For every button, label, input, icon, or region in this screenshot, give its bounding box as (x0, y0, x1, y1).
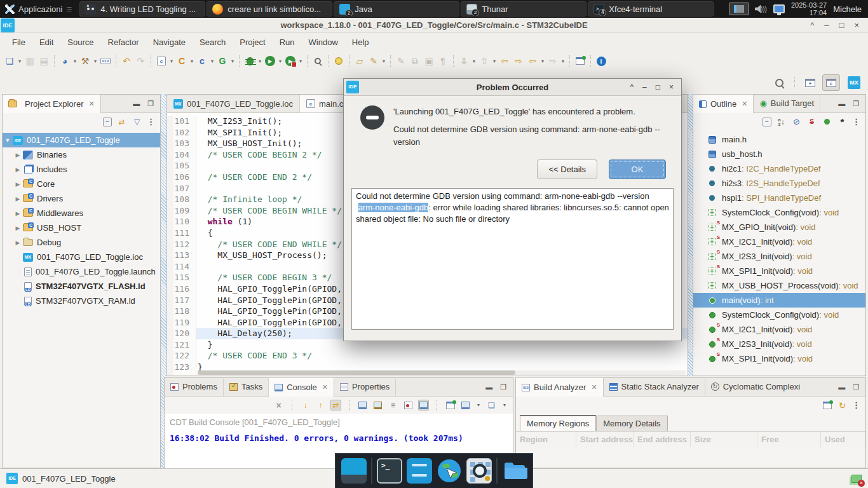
tree-item-includes[interactable]: ▶ Includes (3, 162, 160, 177)
tab-outline[interactable]: Outline ✕ (693, 94, 754, 113)
view-menu-icon[interactable]: ⋮ (147, 117, 155, 126)
tab-console[interactable]: Console ✕ (269, 377, 334, 396)
link-with-editor-icon[interactable]: ⇄ (116, 116, 127, 127)
menu-refactor[interactable]: Refactor (102, 36, 145, 49)
open-perspective-icon[interactable]: + (803, 76, 817, 90)
taskbar-window-terminal[interactable]: >_4 Xfce4-terminal (588, 1, 714, 17)
outline-item[interactable]: hspi1 : SPI_HandleTypeDef (693, 191, 865, 205)
scroll-lock-icon[interactable]: ⇄ (330, 400, 341, 410)
workspace-pager[interactable] (729, 3, 749, 15)
back-edit-icon[interactable]: ⇦ (498, 54, 512, 68)
show-stderr-icon[interactable] (372, 400, 383, 410)
open-console-icon[interactable]: ❏ (486, 400, 497, 410)
details-button[interactable]: << Details (537, 159, 597, 179)
applications-menu-button[interactable]: Applicazioni ☰ (0, 0, 79, 18)
tree-item-usb-host[interactable]: ▶ USB_HOST (3, 220, 160, 235)
shade-button[interactable]: ^ (810, 18, 814, 32)
col-used[interactable]: Used (821, 431, 865, 447)
open-element-icon[interactable]: ▱ (353, 54, 367, 68)
outline-item-selected[interactable]: main(void) : int (693, 293, 865, 308)
volume-icon[interactable]: ))) (755, 5, 767, 13)
pin-editor-icon[interactable] (573, 54, 587, 68)
menu-help[interactable]: Help (346, 36, 375, 49)
window-titlebar[interactable]: IDE workspace_1.18.0 - 001_F407G_LED_Tog… (0, 18, 868, 33)
tree-item-core[interactable]: ▶ Core (3, 177, 160, 191)
hide-non-public-icon[interactable] (822, 116, 832, 127)
profile-icon[interactable]: ▶ (283, 54, 297, 68)
filters-icon[interactable]: * (837, 116, 848, 127)
horizontal-scrollbar[interactable] (198, 370, 686, 375)
minimize-panel-icon[interactable]: ▬ (133, 100, 140, 107)
tree-item-debug[interactable]: ▶ Debug (3, 235, 160, 250)
dialog-minimize-button[interactable]: – (642, 83, 647, 92)
outline-item[interactable]: SMX_SPI1_Init(void) : void (693, 351, 865, 366)
back-icon[interactable]: ⇦ (526, 54, 539, 68)
display-icon[interactable] (773, 4, 785, 13)
outline-item[interactable]: SystemClock_Config(void) : void (693, 308, 865, 322)
taskbar-window-java[interactable]: 2 Java (334, 1, 459, 17)
outline-item[interactable]: hi2c1 : I2C_HandleTypeDef (693, 161, 865, 176)
previous-console-icon[interactable]: ↑ (315, 400, 326, 410)
word-wrap-icon[interactable]: ≡ (388, 400, 398, 410)
dock-folder-icon[interactable] (502, 458, 527, 484)
hide-static-icon[interactable]: S (806, 116, 817, 127)
new-c-class-icon[interactable]: C (175, 54, 189, 68)
filter-icon[interactable]: ▽ (132, 116, 142, 127)
tab-build-target[interactable]: ◉ Build Target (754, 94, 820, 112)
outline-item[interactable]: +MX_USB_HOST_Process(void) : void (693, 278, 865, 293)
refresh-icon[interactable]: ↻ (837, 400, 848, 410)
minimize-panel-icon[interactable]: ▬ (485, 383, 492, 391)
dock-terminal-icon[interactable]: >_ (377, 458, 402, 484)
taskbar-window-firefox[interactable]: creare un link simbolico... (207, 1, 332, 17)
dialog-titlebar[interactable]: IDE Problem Occurred ^ – □ × (344, 79, 681, 96)
taskbar-window-led-toggling[interactable]: 4. Writing LED Toggling ... (79, 1, 205, 17)
undo-icon[interactable]: ↶ (119, 54, 133, 68)
minimize-panel-icon[interactable]: ▬ (838, 100, 845, 107)
quick-access-bulb-icon[interactable] (332, 54, 346, 68)
code-generation-icon[interactable]: G (215, 54, 229, 68)
tab-cyclomatic-complexity[interactable]: ↻ Cyclomatic Complexi (705, 377, 806, 396)
maximize-button[interactable]: □ (839, 18, 844, 32)
details-text[interactable]: Could not determine GDB version using co… (351, 188, 674, 330)
dock-filemanager-icon[interactable] (407, 458, 432, 484)
build-icon[interactable]: ⚒ (78, 54, 92, 68)
cpp-perspective-button[interactable]: c (822, 74, 840, 91)
menu-search[interactable]: Search (194, 36, 231, 49)
close-tab-icon[interactable]: ✕ (591, 383, 597, 391)
new-wizard-icon[interactable]: ❏ (3, 54, 17, 68)
dock-browser-icon[interactable] (437, 458, 462, 484)
show-stdout-icon[interactable] (357, 400, 368, 410)
outline-item[interactable]: SMX_I2S3_Init(void) : void (693, 337, 865, 351)
info-icon[interactable]: i (594, 54, 608, 68)
search-icon[interactable] (772, 76, 786, 90)
menu-source[interactable]: Source (62, 36, 99, 49)
collapse-all-icon[interactable]: − (103, 118, 112, 126)
tab-project-explorer[interactable]: Project Explorer ✕ (3, 94, 101, 113)
col-start-address[interactable]: Start address (576, 431, 634, 447)
maximize-panel-icon[interactable]: ❒ (853, 100, 859, 108)
show-desktop-icon[interactable] (341, 458, 367, 484)
outline-item[interactable]: +SMX_GPIO_Init(void) : void (693, 220, 865, 234)
clear-console-icon[interactable] (403, 400, 414, 410)
tree-item-project[interactable]: ▼ IDE 001_F407G_LED_Toggle (3, 133, 160, 147)
mark-occurrences-icon[interactable]: ✎ (367, 54, 381, 68)
col-end-address[interactable]: End address (634, 431, 691, 447)
dialog-shade-button[interactable]: ^ (630, 83, 634, 92)
tree-item-flash-ld[interactable]: STM32F407VGTX_FLASH.ld (3, 279, 160, 294)
sort-icon[interactable]: az↓ (776, 116, 787, 127)
forward-edit-icon[interactable]: ⇨ (512, 54, 526, 68)
close-tab-icon[interactable]: ✕ (742, 100, 747, 108)
minimize-button[interactable]: – (824, 18, 829, 32)
outline-item[interactable]: +SMX_I2S3_Init(void) : void (693, 249, 865, 264)
subtab-memory-details[interactable]: Memory Details (596, 416, 667, 431)
outline-item[interactable]: usb_host.h (693, 147, 865, 161)
close-button[interactable]: × (854, 18, 859, 32)
pin-icon[interactable] (822, 400, 832, 410)
show-whitespace-icon[interactable]: ¶ (436, 54, 450, 68)
col-free[interactable]: Free (757, 431, 821, 447)
hide-fields-icon[interactable]: ⊘ (791, 116, 802, 127)
c-element-icon[interactable]: c (195, 54, 209, 68)
dock-appfinder-icon[interactable] (466, 458, 492, 484)
maximize-panel-icon[interactable]: ❒ (147, 100, 154, 108)
outline-item[interactable]: main.h (693, 132, 865, 147)
